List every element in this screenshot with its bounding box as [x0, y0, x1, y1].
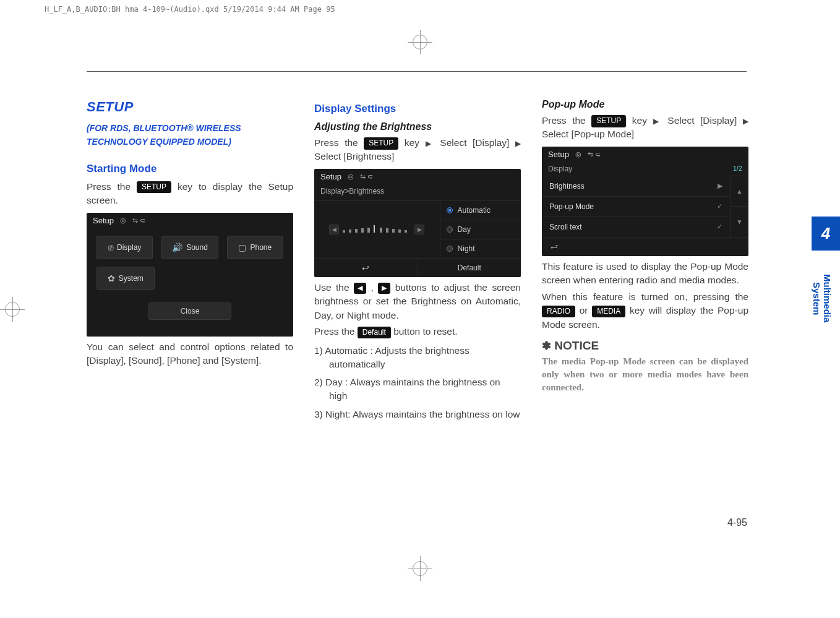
side-tab-label: Multimedia System — [812, 251, 840, 346]
list-item-brightness[interactable]: Brightness ▶ — [542, 176, 730, 197]
day-label: Day — [458, 225, 471, 234]
option-night[interactable]: Night — [440, 239, 521, 258]
text-or: or — [580, 305, 592, 315]
text-press-the: Press the — [542, 115, 591, 126]
sound-label: Sound — [186, 243, 208, 252]
disc-icon: ◎ — [348, 173, 354, 181]
text-press-the: Press the — [87, 181, 137, 192]
sound-button[interactable]: 🔊 Sound — [161, 236, 218, 259]
bt-icon: ⇋ ⊂ — [588, 150, 601, 158]
brightness-label: Brightness — [549, 182, 585, 191]
crop-mark-bottom — [408, 556, 432, 581]
display-list-screenshot: Setup ◎ ⇋ ⊂ Display 1/2 Brightness ▶ Pop… — [542, 147, 748, 256]
disc-icon: ◎ — [120, 217, 126, 225]
display-button[interactable]: ⎚ Display — [96, 236, 153, 259]
media-keycap: MEDIA — [592, 306, 625, 317]
breadcrumb: Display>Brightness — [314, 184, 521, 201]
text-select-display: Select [Display] — [440, 137, 509, 148]
automatic-label: Automatic — [458, 206, 491, 215]
setup-main-screenshot: Setup ◎ ⇋ ⊂ ⎚ Display 🔊 Sound ▢ Phone — [87, 213, 293, 337]
notice-heading: ✽ NOTICE — [542, 339, 748, 353]
sound-icon: 🔊 — [172, 242, 182, 252]
display-crumb: Display — [548, 165, 572, 173]
display-settings-heading: Display Settings — [314, 103, 521, 115]
column-1: SETUP (FOR RDS, BLUETOOTH® WIRELESS TECH… — [87, 99, 293, 426]
phone-label: Phone — [250, 243, 272, 252]
triangle-icon: ▶ — [515, 139, 521, 148]
display-list-body: Brightness ▶ Pop-up Mode ✓ Scroll text ✓… — [542, 176, 748, 237]
triangle-icon: ▶ — [653, 117, 662, 126]
setup-title: SETUP — [87, 99, 293, 115]
ss-title-text: Setup — [320, 172, 341, 181]
check-icon: ✓ — [717, 202, 722, 210]
night-label: Night — [458, 244, 475, 253]
phone-icon: ▢ — [238, 242, 246, 252]
brightness-screenshot: Setup ◎ ⇋ ⊂ Display>Brightness ◀ ▶ Autom… — [314, 169, 521, 277]
back-button[interactable]: ⮐ — [314, 258, 418, 277]
text-press-the: Press the — [314, 137, 364, 148]
brightness-body: ◀ ▶ Automatic Day — [314, 201, 521, 258]
display-label: Display — [117, 243, 141, 252]
scroll-down-icon[interactable]: ▼ — [731, 207, 748, 237]
ss-titlebar: Setup ◎ ⇋ ⊂ — [87, 213, 293, 228]
radio-off-icon — [447, 246, 453, 252]
text-when-on: When this feature is turned on, pressing… — [542, 291, 748, 302]
ss-row-1: ⎚ Display 🔊 Sound ▢ Phone — [87, 228, 293, 267]
setup-subtitle-line-2: TECHNOLOGY EQUIPPED MODEL) — [87, 137, 231, 147]
brightness-slider[interactable]: ◀ ▶ — [314, 201, 440, 258]
popup-mode-heading: Pop-up Mode — [542, 99, 748, 110]
side-tab: 4 Multimedia System — [812, 217, 840, 346]
ss-row-2: ✿ System — [87, 267, 293, 298]
radio-on-icon — [447, 207, 453, 213]
popup-label: Pop-up Mode — [549, 202, 594, 211]
slider-left-arrow[interactable]: ◀ — [329, 225, 339, 234]
option-day[interactable]: Day — [440, 220, 521, 239]
starting-mode-heading: Starting Mode — [87, 163, 293, 175]
text-select-popup: Select [Pop-up Mode] — [542, 129, 634, 139]
popup-instruction: Press the SETUP key ▶ Select [Display] ▶… — [542, 114, 748, 142]
display-icon: ⎚ — [108, 242, 113, 252]
crop-mark-left — [0, 297, 25, 322]
setup-keycap: SETUP — [591, 115, 626, 127]
check-icon: ✓ — [717, 223, 722, 231]
list-item-automatic: 1) Automatic : Adjusts the brightness au… — [314, 344, 521, 371]
starting-mode-paragraph: Press the SETUP key to display the Setup… — [87, 180, 293, 208]
setup-caption: You can select and control options relat… — [87, 340, 293, 368]
header-metadata: H_LF_A,B_AUDIO:BH hma 4-109~(Audio).qxd … — [45, 5, 335, 14]
slider-track — [343, 226, 411, 233]
side-tab-number: 4 — [812, 217, 840, 251]
brightness-reset: Press the Default button to reset. — [314, 325, 521, 338]
back-button[interactable]: ⮐ — [542, 237, 748, 256]
triangle-icon: ▶ — [743, 117, 748, 126]
top-horizontal-rule — [87, 71, 747, 72]
ss-titlebar: Setup ◎ ⇋ ⊂ — [314, 169, 521, 184]
popup-description: This feature is used to display the Pop-… — [542, 260, 748, 288]
text-key: key — [632, 115, 647, 126]
brightness-options: Automatic Day Night — [440, 201, 521, 258]
system-button[interactable]: ✿ System — [96, 267, 155, 290]
ss-titlebar: Setup ◎ ⇋ ⊂ — [542, 147, 748, 162]
default-button[interactable]: Default — [418, 258, 521, 277]
system-label: System — [119, 274, 144, 283]
popup-radio-media: When this feature is turned on, pressing… — [542, 290, 748, 332]
list-item-night: 3) Night: Always maintains the brightnes… — [314, 408, 521, 421]
system-icon: ✿ — [108, 273, 115, 283]
scroll-up-icon[interactable]: ▲ — [731, 176, 748, 207]
radio-off-icon — [447, 226, 453, 233]
scrollbar[interactable]: ▲ ▼ — [730, 176, 748, 237]
text-key: key — [405, 137, 419, 148]
list-item-scroll-text[interactable]: Scroll text ✓ — [542, 217, 730, 237]
display-list-items: Brightness ▶ Pop-up Mode ✓ Scroll text ✓ — [542, 176, 730, 237]
brightness-bottom-row: ⮐ Default — [314, 258, 521, 277]
close-button[interactable]: Close — [148, 303, 231, 320]
page-content: SETUP (FOR RDS, BLUETOOTH® WIRELESS TECH… — [87, 99, 748, 426]
phone-button[interactable]: ▢ Phone — [227, 236, 283, 259]
option-automatic[interactable]: Automatic — [440, 201, 521, 220]
brightness-instruction: Press the SETUP key ▶ Select [Display] ▶… — [314, 136, 521, 164]
slider-right-arrow[interactable]: ▶ — [414, 225, 424, 234]
list-item-popup-mode[interactable]: Pop-up Mode ✓ — [542, 197, 730, 217]
ss-title-text: Setup — [548, 150, 569, 159]
brightness-use-buttons: Use the ◀ , ▶ buttons to adjust the scre… — [314, 281, 521, 322]
ss-title-text: Setup — [93, 216, 114, 225]
text-use-the: Use the — [314, 282, 354, 293]
